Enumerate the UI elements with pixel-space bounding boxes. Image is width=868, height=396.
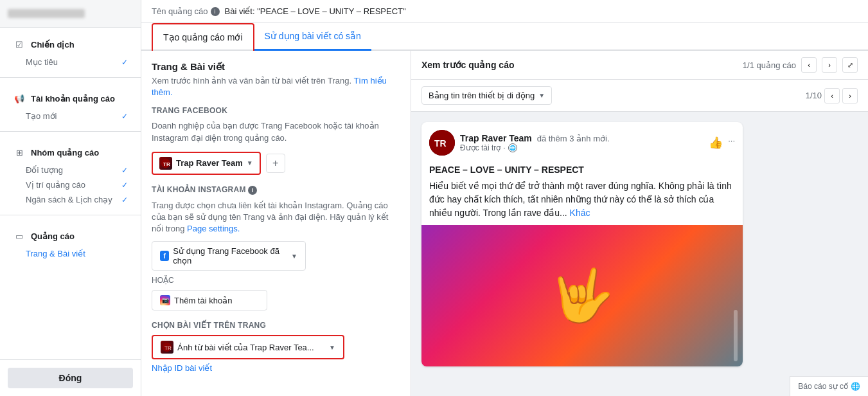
instagram-info-icon[interactable]: i	[248, 186, 257, 195]
doi-tuong-check: ✓	[121, 166, 128, 175]
fb-post-info: Trap Raver Team đã thêm 3 ảnh mới. Được …	[460, 133, 709, 152]
post-dropdown[interactable]: TR Ảnh từ bài viết của Trap Raver Tea...…	[152, 335, 344, 359]
page-dropdown[interactable]: TR Trap Raver Team ▼	[152, 152, 261, 175]
main-content: Tên quảng cáo i Bài viết: "PEACE – LOVE …	[141, 0, 868, 396]
sidebar-sub-doi-tuong[interactable]: Đối tượng ✓	[8, 163, 133, 177]
preview-area: TR Trap Raver Team đã thêm 3 ảnh mới. Đư…	[411, 112, 868, 377]
post-section: Chọn bài viết trên Trang TR Ảnh từ bài v…	[152, 321, 400, 373]
fb-post-meta: Được tài trợ · 🌐	[460, 143, 709, 152]
section-chien-dich: ☑ Chiến dịch Mục tiêu ✓	[0, 28, 141, 73]
expand-preview-button[interactable]: ⤢	[842, 57, 858, 73]
trang-bai-viet-label: Trang & Bài viết	[26, 249, 85, 258]
preview-title: Xem trước quảng cáo	[421, 60, 514, 70]
checkbox-icon: ☑	[13, 38, 26, 51]
separator: ·	[503, 143, 505, 152]
use-page-button[interactable]: f Sử dụng Trang Facebook đã chọn ▼	[152, 241, 306, 271]
muc-tieu-label: Mục tiêu	[26, 57, 58, 67]
next-ad-button[interactable]: ›	[822, 57, 837, 73]
heart-hands-visual: 🤟	[550, 266, 614, 326]
sidebar-top	[0, 0, 141, 28]
add-page-button[interactable]: +	[266, 154, 285, 173]
use-page-chevron: ▼	[291, 253, 297, 260]
ad-name-bar: Tên quảng cáo i Bài viết: "PEACE – LOVE …	[141, 0, 868, 23]
instagram-icon: 📷	[160, 295, 170, 305]
sidebar-item-nhom[interactable]: ⊞ Nhóm quảng cáo	[8, 142, 133, 163]
ngan-sach-label: Ngân sách & Lịch chạy	[26, 195, 112, 204]
close-button[interactable]: Đóng	[8, 368, 133, 388]
section-quang-cao: ▭ Quảng cáo Trang & Bài viết	[0, 219, 141, 265]
fb-post-card: TR Trap Raver Team đã thêm 3 ảnh mới. Đư…	[421, 122, 743, 366]
left-panel: Trang & Bài viết Xem trước hình ảnh và v…	[141, 51, 411, 396]
section-desc: Xem trước hình ảnh và văn bản từ bài viế…	[152, 75, 400, 98]
facebook-page-desc: Doanh nghiệp của bạn được Trang Facebook…	[152, 120, 400, 143]
preview-header: Xem trước quảng cáo 1/1 quảng cáo ‹ › ⤢	[411, 51, 868, 80]
megaphone-icon: 📢	[13, 92, 26, 105]
post-page-avatar: TR	[161, 341, 173, 354]
right-panel: Xem trước quảng cáo 1/1 quảng cáo ‹ › ⤢ …	[411, 51, 868, 396]
instagram-section: Tài khoản Instagram i Trang được chọn ch…	[152, 185, 400, 311]
device-dropdown[interactable]: Bảng tin trên thiết bị di động ▼	[421, 86, 552, 105]
device-selector: Bảng tin trên thiết bị di động ▼ 1/10 ‹ …	[411, 80, 868, 112]
sidebar-item-chien-dich[interactable]: ☑ Chiến dịch	[8, 34, 133, 55]
page-dropdown-chevron: ▼	[247, 159, 253, 166]
page-settings-link[interactable]: Page settings.	[187, 224, 240, 233]
sidebar: ☑ Chiến dịch Mục tiêu ✓ 📢 Tài khoản quản…	[0, 0, 141, 396]
vi-tri-label: Vị trí quảng cáo	[26, 180, 85, 190]
instagram-label: Tài khoản Instagram i	[152, 185, 400, 195]
add-instagram-account-button[interactable]: 📷 Thêm tài khoản	[152, 290, 267, 310]
sidebar-sub-vi-tri[interactable]: Vị trí quảng cáo ✓	[8, 177, 133, 192]
more-options-icon[interactable]: ···	[728, 136, 735, 150]
muc-tieu-check: ✓	[121, 58, 128, 67]
device-nav: 1/10 ‹ ›	[806, 88, 858, 104]
report-button[interactable]: Báo cáo sự cố 🌐	[790, 376, 868, 396]
fb-post-header: TR Trap Raver Team đã thêm 3 ảnh mới. Đư…	[421, 122, 743, 163]
section-title: Trang & Bài viết	[152, 61, 400, 73]
ad-count: 1/1 quảng cáo	[743, 60, 796, 70]
page-selector: TR Trap Raver Team ▼ +	[152, 152, 400, 175]
sponsored-badge: Được tài trợ	[460, 143, 500, 152]
prev-position-button[interactable]: ‹	[824, 88, 840, 104]
instagram-desc: Trang được chọn chưa liên kết tài khoản …	[152, 200, 400, 235]
sidebar-sub-trang-bai-viet[interactable]: Trang & Bài viết	[8, 246, 133, 261]
svg-text:TR: TR	[164, 345, 172, 351]
scroll-bar	[734, 310, 738, 361]
svg-text:TR: TR	[434, 138, 447, 148]
page-name: Trap Raver Team	[176, 158, 243, 168]
ad-name-info-icon[interactable]: i	[211, 7, 220, 16]
sidebar-item-quang-cao[interactable]: ▭ Quảng cáo	[8, 226, 133, 246]
post-title: PEACE – LOVE – UNITY – RESPECT	[429, 163, 735, 177]
fb-post-text: PEACE – LOVE – UNITY – RESPECT Hiểu biết…	[421, 163, 743, 225]
next-position-button[interactable]: ›	[842, 88, 858, 104]
prev-ad-button[interactable]: ‹	[801, 57, 817, 73]
tab-tao-quang-cao-moi[interactable]: Tạo quảng cáo mới	[152, 23, 254, 51]
svg-text:TR: TR	[163, 161, 170, 167]
tao-moi-label: Tạo mới	[26, 111, 57, 121]
tai-khoan-label: Tài khoản quảng cáo	[31, 94, 128, 104]
position-count: 1/10	[806, 91, 822, 100]
quang-cao-label: Quảng cáo	[31, 231, 128, 241]
report-label: Báo cáo sự cố	[798, 382, 848, 391]
tabs-bar: Tạo quảng cáo mới Sử dụng bài viết có sẵ…	[141, 23, 868, 51]
like-icon[interactable]: 👍	[709, 136, 723, 150]
sidebar-sub-tao-moi[interactable]: Tạo mới ✓	[8, 109, 133, 123]
ad-icon: ▭	[13, 230, 26, 242]
post-selected-text: Ảnh từ bài viết của Trap Raver Tea...	[177, 343, 325, 352]
sidebar-sub-ngan-sach[interactable]: Ngân sách & Lịch chạy ✓	[8, 192, 133, 207]
fb-post-avatar: TR	[429, 130, 455, 156]
vi-tri-check: ✓	[121, 181, 128, 190]
post-read-more[interactable]: Khác	[570, 208, 590, 218]
facebook-page-label: Trang Facebook	[152, 106, 400, 115]
enter-id-link[interactable]: Nhập ID bài viết	[152, 363, 400, 373]
globe-icon: 🌐	[508, 143, 517, 152]
page-avatar: TR	[159, 157, 172, 170]
sidebar-sub-muc-tieu[interactable]: Mục tiêu ✓	[8, 55, 133, 69]
nhom-label: Nhóm quảng cáo	[31, 148, 128, 158]
choose-post-label: Chọn bài viết trên Trang	[152, 321, 400, 330]
user-info-blurred	[8, 9, 85, 18]
device-chevron: ▼	[538, 92, 545, 99]
section-nhom-quang-cao: ⊞ Nhóm quảng cáo Đối tượng ✓ Vị trí quản…	[0, 136, 141, 211]
tab-su-dung-bai-viet[interactable]: Sử dụng bài viết có sẵn	[254, 23, 371, 51]
sidebar-item-tai-khoan[interactable]: 📢 Tài khoản quảng cáo	[8, 88, 133, 109]
chien-dich-label: Chiến dịch	[31, 40, 128, 50]
ngan-sach-check: ✓	[121, 195, 128, 204]
